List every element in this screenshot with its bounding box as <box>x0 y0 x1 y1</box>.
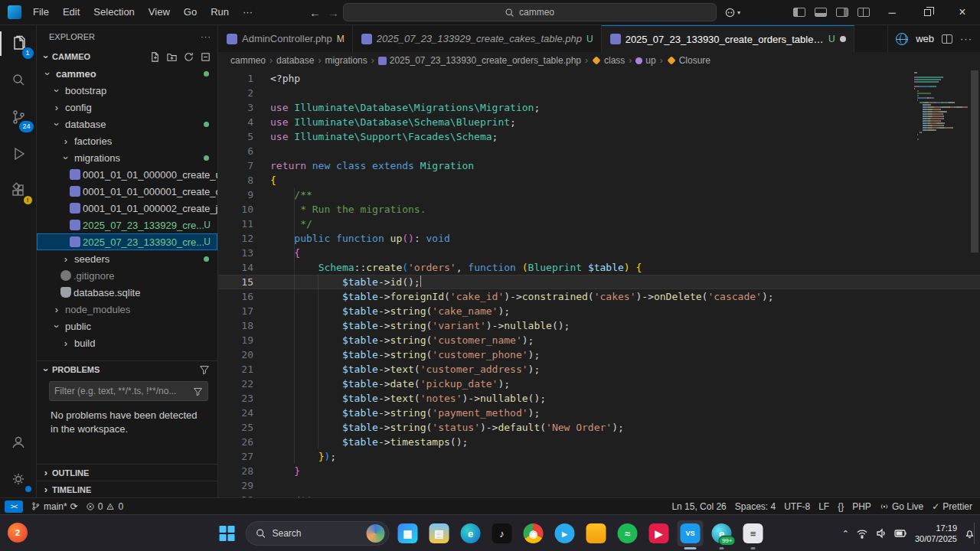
refresh-icon[interactable] <box>183 51 194 63</box>
code-line-2[interactable]: 2 <box>218 86 980 100</box>
sync-icon[interactable]: ⟳ <box>70 501 78 512</box>
taskbar-app-file-explorer[interactable]: ▤ <box>426 520 452 546</box>
cursor-position[interactable]: Ln 15, Col 26 <box>671 501 726 512</box>
code-line-4[interactable]: 4use Illuminate\Database\Schema\Blueprin… <box>218 115 980 129</box>
tab-3[interactable]: 2025_07_23_133930_create_orders_table.ph… <box>602 25 854 52</box>
start-button[interactable] <box>214 520 240 546</box>
widgets-button[interactable]: 2 <box>8 523 28 543</box>
activitybar-account[interactable] <box>0 424 37 461</box>
tree-item-2025-07-23-133930-cre-[interactable]: 2025_07_23_133930_cre...U <box>37 233 217 250</box>
tree-item-database-sqlite[interactable]: database.sqlite <box>37 284 217 301</box>
code-line-5[interactable]: 5use Illuminate\Support\Facades\Schema; <box>218 129 980 144</box>
filter-icon[interactable] <box>199 364 210 375</box>
taskbar-app-browser[interactable]: e99+ <box>709 520 735 546</box>
views-more-icon[interactable]: ··· <box>201 32 211 41</box>
minimize-button[interactable]: ─ <box>874 0 910 24</box>
close-button[interactable]: × <box>945 0 980 24</box>
code-line-19[interactable]: 19 $table->string('customer_name'); <box>218 333 980 347</box>
activitybar-source-control[interactable]: 24 <box>0 99 37 135</box>
language-mode[interactable]: PHP <box>852 501 871 512</box>
new-file-icon[interactable] <box>149 51 161 63</box>
nav-forward-icon[interactable]: → <box>325 6 343 19</box>
funnel-icon[interactable] <box>193 386 203 396</box>
toggle-primary-sidebar-icon[interactable] <box>789 2 810 22</box>
tree-item-build[interactable]: ›build <box>37 334 217 351</box>
taskbar-app-folder[interactable] <box>583 520 609 546</box>
tree-item-0001-01-01-000002-create-j-[interactable]: 0001_01_01_000002_create_j... <box>37 200 217 217</box>
code-line-24[interactable]: 24 $table->string('payment_method'); <box>218 406 980 420</box>
taskbar-app-media-player[interactable]: ▶ <box>646 520 672 546</box>
code-line-22[interactable]: 22 $table->date('pickup_date'); <box>218 377 980 391</box>
code-line-1[interactable]: 1<?php <box>218 71 980 86</box>
volume-icon[interactable] <box>875 527 887 540</box>
code-line-17[interactable]: 17 $table->string('cake_name'); <box>218 304 980 318</box>
menu-file[interactable]: File <box>26 3 56 21</box>
taskbar-app-spotify[interactable]: ≈ <box>615 520 641 546</box>
problems-filter-input[interactable] <box>54 386 193 396</box>
code-line-23[interactable]: 23 $table->text('notes')->nullable(); <box>218 391 980 406</box>
breadcrumb-item[interactable]: 2025_07_23_133930_create_orders_table.ph… <box>378 55 581 66</box>
tree-item-seeders[interactable]: ›seeders <box>37 250 217 267</box>
code-line-26[interactable]: 26 $table->timestamps(); <box>218 435 980 449</box>
outline-section[interactable]: › OUTLINE <box>37 464 217 481</box>
tree-item-config[interactable]: ›config <box>37 99 217 116</box>
code-editor[interactable]: 1<?php23use Illuminate\Database\Migratio… <box>218 69 980 497</box>
code-line-10[interactable]: 10 * Run the migrations. <box>218 202 980 217</box>
menu-edit[interactable]: Edit <box>56 3 87 21</box>
breadcrumb-item[interactable]: up <box>635 55 655 66</box>
tree-item-public[interactable]: ›public <box>37 318 217 334</box>
customize-layout-icon[interactable] <box>853 2 874 22</box>
scrollbar-thumb[interactable] <box>971 70 978 253</box>
taskbar-app-vscode[interactable]: VS <box>678 520 704 546</box>
tree-item-factories[interactable]: ›factories <box>37 132 217 149</box>
wifi-icon[interactable] <box>856 527 868 540</box>
new-folder-icon[interactable] <box>166 51 178 63</box>
show-desktop-button[interactable] <box>974 523 975 544</box>
collapse-all-icon[interactable] <box>200 51 211 63</box>
indentation[interactable]: Spaces: 4 <box>735 501 776 512</box>
code-line-13[interactable]: 13 { <box>218 246 980 260</box>
tree-item-2025-07-23-133929-cre-[interactable]: 2025_07_23_133929_cre...U <box>37 217 217 233</box>
menu-more[interactable]: ··· <box>236 3 260 21</box>
copilot-icon[interactable]: ▾ <box>723 4 743 21</box>
web-tab[interactable]: web <box>916 33 934 44</box>
taskbar-app-photos[interactable]: ▦ <box>395 520 421 546</box>
tree-item--gitignore[interactable]: .gitignore <box>37 267 217 284</box>
code-line-9[interactable]: 9 /** <box>218 187 980 202</box>
tree-item-0001-01-01-000001-create-c-[interactable]: 0001_01_01_000001_create_c... <box>37 183 217 200</box>
taskbar-app-edge[interactable]: e <box>458 520 484 546</box>
activitybar-run-debug[interactable] <box>0 135 37 172</box>
code-line-8[interactable]: 8{ <box>218 173 980 187</box>
battery-icon[interactable] <box>894 527 908 540</box>
taskbar-app-telegram[interactable]: ▸ <box>552 520 578 546</box>
code-line-11[interactable]: 11 */ <box>218 217 980 231</box>
taskbar-app-tiktok[interactable]: ♪ <box>489 520 515 546</box>
tree-item-cammeo[interactable]: ›cammeo <box>37 65 217 82</box>
taskbar-clock[interactable]: 17:19 30/07/2025 <box>915 523 957 544</box>
encoding[interactable]: UTF-8 <box>784 501 810 512</box>
breadcrumb-item[interactable]: class <box>592 55 625 66</box>
menu-go[interactable]: Go <box>177 3 204 21</box>
eol[interactable]: LF <box>818 501 829 512</box>
restore-button[interactable] <box>910 0 945 24</box>
tree-item-migrations[interactable]: ›migrations <box>37 149 217 166</box>
menu-run[interactable]: Run <box>204 3 236 21</box>
tray-expand-icon[interactable]: ⌃ <box>842 529 849 539</box>
breadcrumb-item[interactable]: database <box>276 55 314 66</box>
workspace-section-header[interactable]: › CAMMEO <box>37 48 217 65</box>
problems-status-item[interactable]: 0 0 <box>86 501 123 512</box>
toggle-secondary-sidebar-icon[interactable] <box>831 2 853 22</box>
breadcrumb-item[interactable]: Closure <box>667 55 710 66</box>
split-editor-icon[interactable] <box>942 34 952 44</box>
activitybar-extensions[interactable]: ! <box>0 172 37 209</box>
tree-item-node-modules[interactable]: ›node_modules <box>37 301 217 318</box>
tab-2[interactable]: 2025_07_23_133929_create_cakes_table.php… <box>353 25 602 52</box>
tree-item-database[interactable]: ›database <box>37 116 217 132</box>
code-line-27[interactable]: 27 }); <box>218 449 980 464</box>
code-line-25[interactable]: 25 $table->string('status')->default('Ne… <box>218 420 980 435</box>
code-line-15[interactable]: 15 $table->id(); <box>218 275 980 289</box>
code-line-18[interactable]: 18 $table->string('variant')->nullable()… <box>218 318 980 333</box>
taskbar-search[interactable]: Search <box>246 521 390 546</box>
code-line-6[interactable]: 6 <box>218 144 980 158</box>
code-line-3[interactable]: 3use Illuminate\Database\Migrations\Migr… <box>218 100 980 115</box>
